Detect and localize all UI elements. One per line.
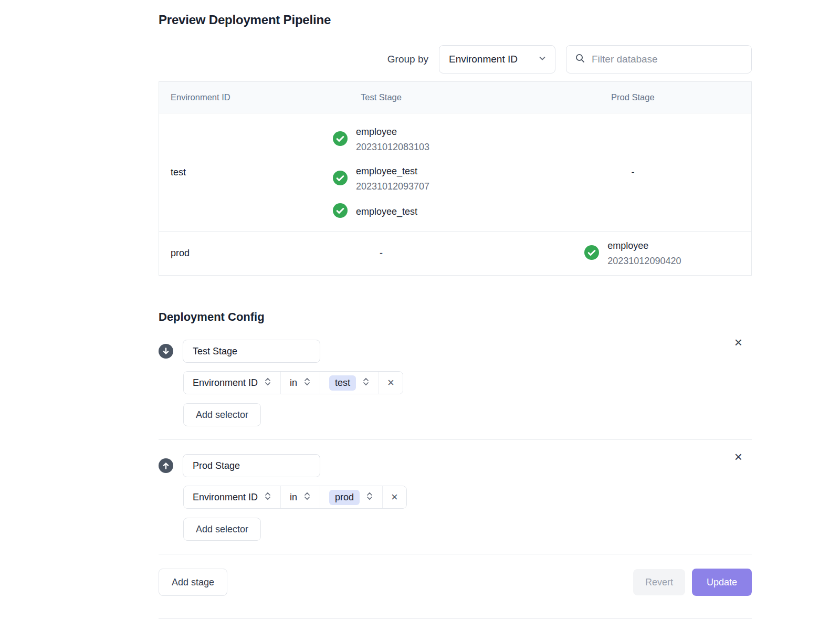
- arrow-down-circle-icon: [159, 352, 173, 360]
- selector-row: Environment ID in prod ×: [183, 486, 407, 509]
- deployment-item: employee 20231012083103: [333, 124, 429, 155]
- selector-operator-select[interactable]: in: [280, 486, 320, 508]
- selector-operator-select[interactable]: in: [280, 372, 320, 394]
- deployment-item: employee_test 20231012093707: [333, 164, 429, 194]
- success-check-icon: [333, 131, 348, 148]
- group-by-selected-value: Environment ID: [449, 54, 518, 65]
- selector-operator-value: in: [290, 492, 297, 503]
- bottom-divider: [159, 618, 752, 619]
- up-down-chevrons-icon: [264, 376, 271, 390]
- pipeline-table-header: Environment ID Test Stage Prod Stage: [159, 82, 751, 113]
- update-button[interactable]: Update: [692, 569, 752, 596]
- selector-key-value: Environment ID: [193, 492, 258, 503]
- pipeline-table: Environment ID Test Stage Prod Stage tes…: [159, 81, 752, 276]
- stage-divider: [159, 439, 752, 440]
- selector-key-value: Environment ID: [193, 377, 258, 388]
- remove-icon: ×: [391, 490, 398, 504]
- close-icon: ×: [734, 449, 742, 465]
- schema-version: 20231012090420: [607, 254, 681, 269]
- database-name: employee: [356, 124, 429, 140]
- stage-config-test: × Environment ID in test ×: [159, 340, 752, 426]
- page: Preview Deployment Pipeline Group by Env…: [0, 0, 840, 619]
- up-down-chevrons-icon: [264, 491, 271, 504]
- group-by-select[interactable]: Environment ID: [439, 45, 555, 74]
- add-selector-button[interactable]: Add selector: [183, 403, 261, 426]
- empty-stage-placeholder: -: [631, 167, 634, 177]
- table-row-prod: prod - employee 20231012090420: [159, 231, 751, 275]
- filter-database-box: [566, 45, 752, 74]
- remove-stage-button[interactable]: ×: [734, 450, 742, 464]
- selector-key-select[interactable]: Environment ID: [184, 486, 280, 508]
- success-check-icon: [584, 245, 599, 262]
- schema-version: 20231012093707: [356, 179, 429, 194]
- environment-name: test: [171, 167, 186, 177]
- footer-actions: Add stage Revert Update: [159, 569, 752, 596]
- deployment-config-title: Deployment Config: [159, 310, 752, 324]
- selector-value-chip: test: [329, 375, 356, 391]
- column-header-prod-stage: Prod Stage: [514, 92, 751, 102]
- up-down-chevrons-icon: [303, 491, 311, 504]
- remove-selector-button[interactable]: ×: [379, 372, 403, 394]
- up-down-chevrons-icon: [303, 376, 311, 390]
- column-header-test-stage: Test Stage: [248, 92, 514, 102]
- success-check-icon: [333, 171, 348, 187]
- selector-row: Environment ID in test ×: [183, 371, 403, 394]
- success-check-icon: [333, 203, 348, 220]
- environment-name: prod: [171, 248, 190, 258]
- selector-value-select[interactable]: test: [320, 372, 379, 394]
- filter-database-input[interactable]: [592, 54, 743, 65]
- column-header-environment-id: Environment ID: [159, 92, 248, 102]
- selector-key-select[interactable]: Environment ID: [184, 372, 280, 394]
- selector-operator-value: in: [290, 377, 297, 388]
- deployment-item: employee_test: [333, 203, 429, 220]
- pipeline-toolbar: Group by Environment ID: [159, 45, 752, 74]
- remove-stage-button[interactable]: ×: [734, 335, 742, 349]
- test-stage-deployments: employee 20231012083103 employee_test 20…: [333, 124, 429, 220]
- database-name: employee: [607, 238, 681, 254]
- table-row-test: test employee 20231012083103: [159, 113, 751, 231]
- add-stage-button[interactable]: Add stage: [159, 569, 227, 596]
- schema-version: 20231012083103: [356, 140, 429, 155]
- empty-stage-placeholder: -: [380, 248, 383, 258]
- stage-title-input[interactable]: [183, 454, 320, 477]
- database-name: employee_test: [356, 164, 429, 179]
- footer-divider: [159, 554, 752, 554]
- search-icon: [575, 53, 585, 66]
- database-name: employee_test: [356, 204, 417, 219]
- page-title: Preview Deployment Pipeline: [159, 13, 752, 27]
- up-down-chevrons-icon: [362, 376, 370, 390]
- arrow-up-circle-icon: [159, 467, 173, 475]
- up-down-chevrons-icon: [366, 491, 373, 504]
- selector-value-select[interactable]: prod: [320, 486, 382, 508]
- prod-stage-deployments: employee 20231012090420: [584, 238, 681, 269]
- revert-button[interactable]: Revert: [633, 569, 685, 595]
- selector-value-chip: prod: [329, 490, 360, 505]
- stage-config-prod: × Environment ID in prod ×: [159, 454, 752, 541]
- stage-title-input[interactable]: [183, 340, 320, 363]
- move-stage-up-button[interactable]: [159, 458, 173, 473]
- group-by-label: Group by: [387, 54, 428, 65]
- add-selector-button[interactable]: Add selector: [183, 518, 261, 541]
- remove-icon: ×: [387, 376, 394, 390]
- deployment-item: employee 20231012090420: [584, 238, 681, 269]
- chevron-down-icon: [538, 54, 547, 65]
- close-icon: ×: [734, 334, 742, 350]
- move-stage-down-button[interactable]: [159, 344, 173, 359]
- remove-selector-button[interactable]: ×: [382, 486, 406, 508]
